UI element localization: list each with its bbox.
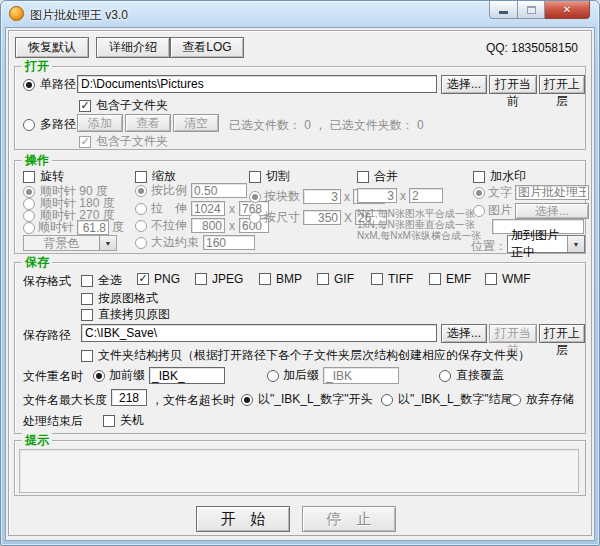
merge-cols-input bbox=[357, 188, 397, 203]
merge-help-line1: Nx1,每N张图水平合成一张 bbox=[357, 208, 475, 219]
checkbox-icon bbox=[485, 273, 497, 285]
include-subfolders2-label: 包含子文件夹 bbox=[96, 133, 168, 150]
open-current-button[interactable]: 打开当前 bbox=[489, 75, 537, 94]
rename-label: 文件重名时 bbox=[23, 368, 83, 385]
prefix-radio[interactable]: 加前缀 bbox=[93, 367, 225, 384]
format-all-checkbox[interactable]: 全选 bbox=[81, 272, 122, 289]
checkbox-icon bbox=[259, 273, 271, 285]
position-value: 加到图片正中 bbox=[508, 227, 567, 261]
position-dropdown[interactable]: 加到图片正中 ▼ bbox=[507, 235, 585, 253]
single-path-radio[interactable]: 单路径 bbox=[23, 76, 76, 93]
operate-group: 操作 旋转 顺时针 90 度 顺时针 180 度 顺时针 270 度 顺时针 bbox=[14, 160, 586, 254]
app-icon bbox=[9, 6, 24, 21]
prefix-label: 加前缀 bbox=[109, 367, 145, 384]
checkbox-icon bbox=[473, 171, 485, 183]
suffix-input bbox=[323, 367, 399, 384]
tail-radio[interactable]: 以"_IBK_L_数字"结尾 bbox=[381, 391, 513, 408]
discard-radio[interactable]: 放弃存储 bbox=[509, 391, 574, 408]
cut-checkbox[interactable]: 切割 bbox=[249, 168, 290, 185]
minimize-button[interactable] bbox=[489, 1, 518, 19]
single-path-input[interactable] bbox=[77, 75, 437, 93]
suffix-label: 加后缀 bbox=[283, 367, 319, 384]
watermark-text-radio: 文字 bbox=[473, 184, 589, 201]
checkbox-icon bbox=[371, 273, 383, 285]
save-group-legend: 保存 bbox=[22, 255, 52, 269]
multi-path-radio[interactable]: 多路径 bbox=[23, 116, 76, 133]
radio-icon bbox=[135, 185, 147, 197]
format-png-checkbox[interactable]: ✓ PNG bbox=[137, 272, 180, 286]
copy-original-checkbox[interactable]: 直接拷贝原图 bbox=[81, 306, 170, 323]
radio-icon bbox=[93, 370, 105, 382]
open-group: 打开 单路径 选择... 打开当前 打开上层 ✓ 包含子文件夹 多路径 添加 查… bbox=[14, 66, 586, 150]
add-button: 添加 bbox=[77, 114, 123, 132]
overwrite-label: 直接覆盖 bbox=[456, 367, 504, 384]
window-title: 图片批处理王 v3.0 bbox=[30, 7, 128, 24]
format-wmf-checkbox[interactable]: WMF bbox=[485, 272, 531, 286]
overwrite-radio[interactable]: 直接覆盖 bbox=[439, 367, 504, 384]
checkbox-icon bbox=[81, 275, 93, 287]
merge-rows-input bbox=[409, 188, 443, 203]
head-radio[interactable]: 以"_IBK_L_数字"开头 bbox=[241, 391, 373, 408]
save-path-label: 保存路径 bbox=[23, 327, 71, 344]
save-choose-button[interactable]: 选择... bbox=[441, 324, 487, 343]
after-label: 处理结束后 bbox=[23, 413, 83, 430]
x-separator: x bbox=[229, 202, 235, 216]
format-gif-checkbox[interactable]: GIF bbox=[317, 272, 354, 286]
selected-count-label: 已选文件数： 0 ， 已选文件夹数： 0 bbox=[229, 117, 424, 134]
qq-label: QQ: 1835058150 bbox=[486, 41, 578, 55]
checkbox-icon bbox=[103, 415, 115, 427]
format-tiff-checkbox[interactable]: TIFF bbox=[371, 272, 413, 286]
start-button[interactable]: 开 始 bbox=[196, 506, 290, 532]
format-bmp-checkbox[interactable]: BMP bbox=[259, 272, 302, 286]
maximize-button[interactable] bbox=[518, 1, 545, 19]
scale-ratio-label: 按比例 bbox=[151, 182, 187, 199]
radio-icon bbox=[381, 394, 393, 406]
stretch-width-input bbox=[191, 201, 225, 216]
prefix-input[interactable] bbox=[149, 367, 225, 384]
scale-ratio-input bbox=[191, 183, 247, 198]
maxlen-input[interactable] bbox=[111, 389, 147, 406]
maximize-icon bbox=[527, 6, 536, 14]
watermark-image-radio: 图片 选择... bbox=[473, 202, 589, 219]
bgcolor-dropdown: 背景色 ▼ bbox=[23, 235, 117, 251]
details-button[interactable]: 详细介绍 bbox=[96, 37, 170, 58]
blocks-cols-input bbox=[303, 189, 341, 204]
shutdown-checkbox[interactable]: 关机 bbox=[103, 412, 144, 429]
format-label: TIFF bbox=[388, 272, 413, 286]
format-label: GIF bbox=[334, 272, 354, 286]
radio-icon bbox=[439, 370, 451, 382]
choose-button[interactable]: 选择... bbox=[441, 75, 487, 94]
x-separator: x bbox=[344, 190, 350, 204]
format-emf-checkbox[interactable]: EMF bbox=[429, 272, 471, 286]
merge-checkbox[interactable]: 合并 bbox=[357, 168, 398, 185]
save-path-input[interactable] bbox=[81, 324, 437, 342]
scale-nostretch-label: 不拉伸 bbox=[151, 217, 187, 234]
nostretch-width-input bbox=[191, 218, 225, 233]
view-button: 查看 bbox=[125, 114, 171, 132]
rotate-custom-label: 顺时针 bbox=[38, 219, 74, 236]
head-label: 以"_IBK_L_数字"开头 bbox=[258, 391, 373, 408]
watermark-checkbox[interactable]: 加水印 bbox=[473, 168, 526, 185]
format-jpeg-checkbox[interactable]: JPEG bbox=[195, 272, 243, 286]
include-subfolders-checkbox[interactable]: ✓ 包含子文件夹 bbox=[79, 97, 168, 114]
format-label: BMP bbox=[276, 272, 302, 286]
save-open-parent-button[interactable]: 打开上层 bbox=[539, 324, 585, 343]
original-format-checkbox[interactable]: 按原图格式 bbox=[81, 290, 158, 307]
view-log-button[interactable]: 查看LOG bbox=[170, 37, 244, 58]
checkbox-icon bbox=[429, 273, 441, 285]
merge-size-row: x bbox=[357, 188, 443, 203]
folder-structure-checkbox[interactable]: 文件夹结构拷贝（根据打开路径下各个子文件夹层次结构创建相应的保存文件夹） bbox=[81, 347, 530, 364]
cut-size-label: 按尺寸 bbox=[264, 209, 300, 226]
close-icon: ✕ bbox=[563, 4, 571, 15]
x-separator: X bbox=[344, 211, 352, 225]
suffix-radio[interactable]: 加后缀 bbox=[267, 367, 399, 384]
format-label: PNG bbox=[154, 272, 180, 286]
chevron-down-icon: ▼ bbox=[99, 236, 116, 250]
discard-label: 放弃存储 bbox=[526, 391, 574, 408]
close-button[interactable]: ✕ bbox=[545, 1, 590, 19]
open-parent-button[interactable]: 打开上层 bbox=[539, 75, 585, 94]
degree-label: 度 bbox=[112, 219, 124, 236]
title-bar: 图片批处理王 v3.0 ✕ bbox=[1, 1, 599, 27]
restore-defaults-button[interactable]: 恢复默认 bbox=[15, 37, 89, 58]
cut-label: 切割 bbox=[266, 168, 290, 185]
